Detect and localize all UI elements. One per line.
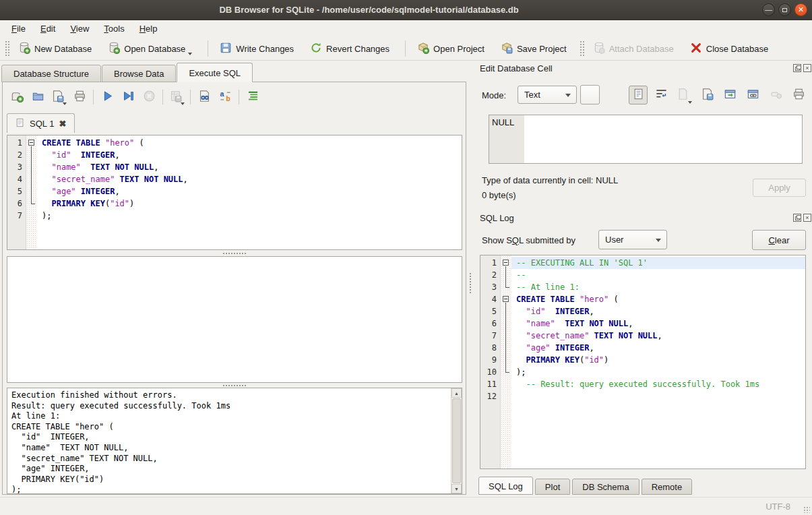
open-database-button[interactable]: Open Database	[102, 39, 198, 59]
code-token: -- EXECUTING ALL IN 'SQL 1'	[516, 258, 648, 268]
save-project-button[interactable]: Save Project	[495, 39, 573, 59]
attach-database-button[interactable]: Attach Database	[587, 39, 680, 59]
code-token: "id"	[51, 150, 71, 160]
close-icon[interactable]: ✕	[794, 3, 807, 16]
write-changes-button[interactable]: Write Changes	[214, 39, 300, 59]
tab-db-schema[interactable]: DB Schema	[572, 479, 639, 495]
encoding-indicator[interactable]: UTF-8	[766, 497, 790, 515]
minimize-icon[interactable]: —	[762, 3, 775, 16]
dropdown-arrow-icon[interactable]	[63, 102, 67, 105]
code-token	[516, 343, 526, 353]
print-sql-button[interactable]	[71, 88, 88, 106]
resize-grip[interactable]	[803, 506, 810, 513]
code-token: -- Result: query executed successfully. …	[526, 380, 759, 389]
mode-select[interactable]: Text	[518, 86, 577, 104]
sql-log-view[interactable]: 123456789101112 -- EXECUTING ALL IN 'SQL…	[480, 255, 806, 469]
close-dock-icon[interactable]: ×	[803, 214, 811, 222]
results-scrollbar[interactable]: ▲ ▼	[451, 388, 462, 493]
execute-current-line-button[interactable]	[119, 88, 137, 106]
set-null-button[interactable]	[766, 86, 785, 104]
find-replace-button[interactable]: ab	[216, 88, 234, 106]
stop-execution-button[interactable]	[140, 88, 158, 106]
open-in-external-button[interactable]	[720, 86, 739, 104]
cell-type-text: Type of data currently in cell: NULL	[482, 175, 618, 185]
code-line: "age" INTEGER,	[511, 342, 805, 354]
word-wrap-button[interactable]	[652, 86, 670, 104]
status-bar: UTF-8	[0, 497, 812, 515]
printer-icon	[73, 90, 86, 105]
tab-browse-data[interactable]: Browse Data	[102, 65, 176, 82]
open-sql-file-button[interactable]	[29, 88, 46, 106]
fold-margin-slot	[501, 378, 511, 390]
save-project-label: Save Project	[517, 44, 567, 54]
fold-collapse-icon[interactable]	[501, 293, 511, 305]
fold-collapse-icon[interactable]	[26, 137, 37, 149]
window-controls: — ✕	[762, 3, 807, 16]
execute-all-button[interactable]	[98, 88, 116, 106]
code-token: CREATE TABLE	[42, 138, 100, 148]
tab-sql-1[interactable]: SQL 1 ✖	[7, 113, 75, 133]
tab-database-structure[interactable]: Database Structure	[1, 65, 101, 82]
close-dock-icon[interactable]: ×	[803, 64, 811, 72]
save-sql-file-button[interactable]	[50, 88, 67, 106]
copy-link-button[interactable]	[743, 86, 762, 104]
app-window: DB Browser for SQLite - /home/user/code/…	[0, 0, 812, 515]
clear-button[interactable]: Clear	[752, 230, 806, 250]
export-data-button[interactable]	[697, 86, 716, 104]
new-sql-tab-button[interactable]	[8, 88, 26, 106]
dropdown-arrow-icon[interactable]	[181, 102, 185, 105]
new-database-button[interactable]: New Database	[12, 39, 98, 59]
line-number: 4	[7, 173, 26, 185]
menu-view[interactable]: View	[63, 20, 96, 37]
attach-database-icon	[593, 42, 605, 56]
fold-collapse-icon[interactable]	[501, 257, 511, 269]
mode-value: Text	[524, 86, 540, 103]
sql-log-filter-select[interactable]: User	[598, 230, 667, 249]
dropdown-arrow-icon[interactable]	[688, 101, 692, 104]
maximize-icon[interactable]	[778, 3, 791, 16]
log-fold-margin[interactable]	[501, 255, 511, 468]
tab-plot[interactable]: Plot	[535, 479, 570, 495]
title-bar: DB Browser for SQLite - /home/user/code/…	[0, 0, 812, 20]
revert-changes-button[interactable]: Revert Changes	[304, 39, 396, 59]
tab-remote[interactable]: Remote	[642, 479, 693, 495]
main-vertical-splitter[interactable]	[469, 272, 472, 294]
close-database-button[interactable]: Close Database	[684, 39, 775, 59]
line-number: 5	[7, 185, 26, 198]
scroll-up-icon[interactable]: ▲	[451, 388, 462, 398]
close-tab-icon[interactable]: ✖	[59, 119, 66, 129]
print-cell-button[interactable]	[789, 86, 808, 104]
auto-format-button[interactable]	[244, 88, 261, 106]
editor-fold-margin[interactable]	[26, 135, 37, 249]
filter-value: User	[605, 231, 623, 249]
tab-execute-sql[interactable]: Execute SQL	[177, 63, 253, 82]
float-dock-icon[interactable]	[793, 64, 801, 72]
menu-help[interactable]: Help	[132, 20, 165, 37]
scroll-down-icon[interactable]: ▼	[451, 484, 462, 493]
cell-value-editor[interactable]: NULL	[489, 115, 803, 164]
export-window-icon	[724, 88, 737, 103]
apply-button[interactable]: Apply	[753, 179, 806, 197]
auto-switch-mode-button[interactable]	[580, 85, 600, 104]
set-null-icon	[770, 88, 782, 103]
dropdown-arrow-icon[interactable]	[188, 53, 192, 55]
find-button[interactable]	[195, 88, 213, 106]
text-mode-button[interactable]	[629, 86, 648, 104]
code-token: "id"	[110, 199, 129, 208]
code-token: ,	[115, 187, 119, 196]
toolbar-drag-handle[interactable]	[580, 40, 584, 57]
toolbar-drag-handle[interactable]	[5, 40, 9, 57]
float-dock-icon[interactable]	[793, 214, 801, 222]
save-project-icon	[501, 42, 513, 56]
tab-sql-log[interactable]: SQL Log	[478, 477, 533, 495]
open-project-button[interactable]: Open Project	[411, 39, 491, 59]
editor-results-splitter[interactable]	[7, 251, 462, 255]
menu-edit[interactable]: Edit	[33, 20, 63, 37]
editor-code-area[interactable]: CREATE TABLE "hero" ( "id" INTEGER, "nam…	[37, 135, 462, 249]
import-data-button[interactable]	[675, 86, 693, 104]
menu-file[interactable]: File	[4, 20, 33, 37]
menu-tools[interactable]: Tools	[96, 20, 131, 37]
scrollbar-thumb[interactable]	[452, 398, 461, 483]
sql-code-editor[interactable]: 1234567 CREATE TABLE "hero" ( "id" INTEG…	[7, 135, 462, 250]
save-results-view-button[interactable]	[168, 88, 185, 106]
